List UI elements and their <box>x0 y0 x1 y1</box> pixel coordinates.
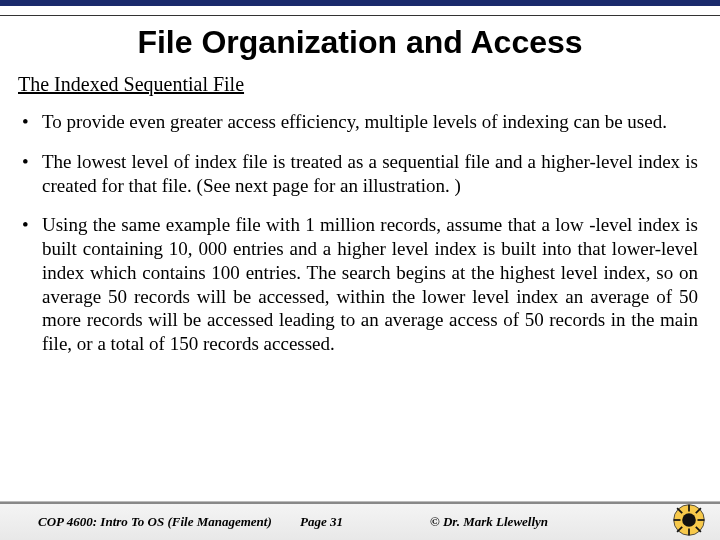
slide-subheading: The Indexed Sequential File <box>0 69 720 104</box>
content-area: To provide even greater access efficienc… <box>0 104 720 356</box>
footer: COP 4600: Intro To OS (File Management) … <box>0 502 720 540</box>
list-item: Using the same example file with 1 milli… <box>22 213 698 356</box>
svg-point-1 <box>682 513 696 527</box>
list-item: The lowest level of index file is treate… <box>22 150 698 198</box>
footer-page: Page 31 <box>300 514 430 530</box>
footer-author: © Dr. Mark Llewellyn <box>430 514 610 530</box>
top-divider <box>0 15 720 16</box>
list-item: To provide even greater access efficienc… <box>22 110 698 134</box>
ucf-logo-icon <box>672 503 706 537</box>
bullet-list: To provide even greater access efficienc… <box>22 110 698 356</box>
slide: File Organization and Access The Indexed… <box>0 0 720 540</box>
footer-course: COP 4600: Intro To OS (File Management) <box>0 514 300 530</box>
